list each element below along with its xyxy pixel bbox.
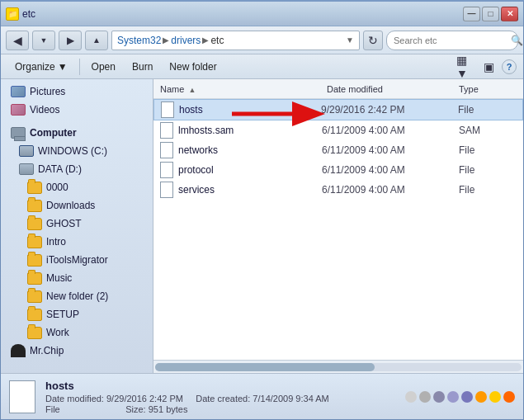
col-name-header[interactable]: Name ▲	[160, 84, 327, 94]
help-button[interactable]: ?	[502, 59, 517, 74]
breadcrumb-dropdown[interactable]: ▼	[346, 35, 354, 45]
explorer-window: 📁 etc — □ ✕ ◀ ▼ ▶ ▲ System32 ▶ drivers ▶…	[0, 0, 524, 420]
folder-work-icon	[27, 327, 42, 339]
folder-0000-icon	[27, 182, 42, 194]
services-filename: services	[178, 184, 317, 196]
organize-arrow: ▼	[58, 61, 68, 73]
open-button[interactable]: Open	[84, 58, 123, 76]
hosts-file-icon	[161, 101, 174, 118]
file-row-services[interactable]: services 6/11/2009 4:00 AM File	[153, 180, 523, 200]
sidebar-item-label-newfolder2: New folder (2)	[46, 290, 108, 302]
status-circles	[405, 391, 515, 403]
sidebar-item-mrchip[interactable]: Mr.Chip	[1, 342, 153, 360]
networks-filename: networks	[178, 144, 317, 156]
toolbar-separator-1	[79, 59, 80, 75]
sidebar-item-music[interactable]: Music	[1, 269, 153, 287]
sidebar-item-intro[interactable]: Intro	[1, 233, 153, 251]
view-button[interactable]: ▦ ▼	[456, 58, 475, 76]
protocol-date: 6/11/2009 4:00 AM	[322, 164, 454, 176]
titlebar-controls: — □ ✕	[463, 7, 518, 21]
titlebar-title: etc	[22, 8, 35, 20]
circle-5	[461, 391, 473, 403]
drive-c-icon	[19, 145, 34, 157]
sidebar-item-0000[interactable]: 0000	[1, 178, 153, 196]
services-file-icon	[160, 182, 173, 198]
back-button[interactable]: ◀	[6, 31, 29, 50]
sidebar-item-work[interactable]: Work	[1, 323, 153, 342]
sidebar-item-label-work: Work	[46, 327, 69, 338]
file-row-protocol[interactable]: protocol 6/11/2009 4:00 AM File	[153, 160, 523, 180]
file-row-hosts[interactable]: hosts 9/29/2016 2:42 PM File	[153, 99, 523, 120]
nav-dropdown-button[interactable]: ▼	[32, 31, 55, 50]
status-size: File Size: 951 bytes	[45, 404, 395, 414]
sidebar-item-pictures[interactable]: Pictures	[1, 83, 153, 101]
maximize-button[interactable]: □	[482, 7, 499, 21]
up-button[interactable]: ▲	[85, 31, 108, 50]
file-row-lmhosts[interactable]: lmhosts.sam 6/11/2009 4:00 AM SAM	[153, 120, 523, 140]
sidebar-item-windows-c[interactable]: WINDOWS (C:)	[1, 142, 153, 160]
col-date-header[interactable]: Date modified	[327, 84, 459, 94]
breadcrumb-drivers[interactable]: drivers	[171, 35, 201, 46]
breadcrumb-etc[interactable]: etc	[210, 35, 224, 46]
breadcrumb-system32[interactable]: System32	[117, 35, 161, 46]
forward-button[interactable]: ▶	[59, 31, 82, 50]
file-hscrollbar[interactable]	[153, 360, 523, 373]
sort-indicator: ▲	[188, 86, 196, 94]
sidebar-item-itoolsmigrator[interactable]: iToolsMigrator	[1, 251, 153, 269]
organize-button[interactable]: Organize ▼	[7, 58, 75, 76]
sidebar-item-label-computer: Computer	[30, 127, 77, 139]
circle-7	[489, 391, 501, 403]
titlebar: 📁 etc — □ ✕	[1, 2, 523, 26]
main-area: Pictures Videos Computer WINDOWS (C:) DA…	[1, 79, 523, 373]
refresh-button[interactable]: ↻	[363, 31, 383, 50]
circle-8	[503, 391, 515, 403]
file-row-networks[interactable]: networks 6/11/2009 4:00 AM File	[153, 140, 523, 160]
col-type-header[interactable]: Type	[459, 84, 517, 94]
circle-4	[447, 391, 459, 403]
sidebar-item-data-d[interactable]: DATA (D:)	[1, 160, 153, 178]
titlebar-folder-icon: 📁	[6, 7, 19, 21]
sidebar-item-ghost[interactable]: GHOST	[1, 215, 153, 233]
hscroll-track	[155, 363, 522, 371]
sidebar-item-label-itoolsmigrator: iToolsMigrator	[46, 254, 108, 266]
date-modified-value: 9/29/2016 2:42 PM	[106, 394, 183, 403]
sidebar-item-downloads[interactable]: Downloads	[1, 196, 153, 215]
file-table-header: Name ▲ Date modified Type	[153, 79, 523, 99]
folder-downloads-icon	[27, 200, 42, 212]
sidebar-item-newfolder2[interactable]: New folder (2)	[1, 287, 153, 305]
new-folder-button[interactable]: New folder	[162, 58, 224, 76]
sidebar-item-label-music: Music	[46, 272, 72, 284]
sidebar-item-label-downloads: Downloads	[46, 200, 95, 211]
size-label: Size:	[125, 404, 145, 414]
breadcrumb-sep-2: ▶	[202, 35, 209, 45]
videos-icon	[11, 104, 26, 116]
hosts-type: File	[458, 104, 516, 116]
networks-file-icon	[160, 142, 173, 158]
folder-ghost-icon	[27, 218, 42, 230]
file-pane: Name ▲ Date modified Type hosts 9/29/201…	[153, 79, 523, 373]
folder-music-icon	[27, 272, 42, 285]
size-value: 951 bytes	[149, 404, 188, 414]
breadcrumb-sep-1: ▶	[163, 35, 169, 45]
minimize-button[interactable]: —	[463, 7, 480, 21]
sidebar-item-setup[interactable]: SETUP	[1, 305, 153, 323]
statusbar: hosts Date modified: 9/29/2016 2:42 PM D…	[1, 373, 523, 419]
addressbar: ◀ ▼ ▶ ▲ System32 ▶ drivers ▶ etc ▼ ↻ 🔍	[1, 26, 523, 54]
protocol-file-icon	[160, 162, 173, 178]
layout-button[interactable]: ▣	[479, 58, 498, 76]
toolbar: Organize ▼ Open Burn New folder ▦ ▼ ▣ ?	[1, 54, 523, 79]
circle-3	[433, 391, 445, 403]
lmhosts-filename: lmhosts.sam	[178, 125, 317, 136]
lmhosts-file-icon	[160, 122, 173, 139]
burn-button[interactable]: Burn	[125, 58, 160, 76]
file-list: hosts 9/29/2016 2:42 PM File lmhosts.sam…	[153, 99, 523, 360]
hosts-date: 9/29/2016 2:42 PM	[321, 104, 453, 116]
date-created-value: 7/14/2009 9:34 AM	[253, 394, 328, 403]
search-input[interactable]	[394, 35, 507, 45]
sidebar-item-videos[interactable]: Videos	[1, 101, 153, 119]
lmhosts-type: SAM	[459, 125, 517, 136]
folder-itoolsmigrator-icon	[27, 254, 42, 267]
close-button[interactable]: ✕	[501, 7, 518, 21]
sidebar-item-computer[interactable]: Computer	[1, 124, 153, 142]
sidebar-item-label-windows-c: WINDOWS (C:)	[38, 145, 107, 157]
